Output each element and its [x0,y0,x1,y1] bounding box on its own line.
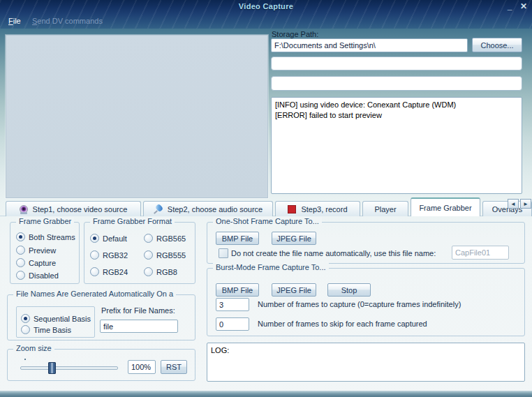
arrow-left-icon: ◄ [510,201,516,207]
arrow-right-icon: ► [523,201,529,207]
file-names-group: File Names Are Generated Automatically O… [7,294,195,340]
radio-icon [90,250,99,260]
radio-icon [144,250,153,260]
radio-icon [144,234,153,243]
storage-path-label: Storage Path: [272,30,318,38]
zoom-slider-thumb[interactable] [48,362,56,374]
group-title: Frame Grabber Format [90,217,175,225]
record-icon [288,205,296,214]
frames-to-skip-label: Number of frames to skip for each frame … [258,320,427,328]
group-title: Zoom size [13,344,54,352]
close-icon: ✕ [520,1,527,11]
device-log-line: [ERROR] failed to start preview [275,110,518,121]
radio-capture[interactable]: Capture [16,258,56,267]
menu-item-file[interactable]: File [8,17,21,25]
zoom-slider-track[interactable] [20,366,118,370]
tab-step3-record[interactable]: Step3, record [275,201,360,216]
group-title: Burst-Mode Frame Capture To... [213,263,329,271]
video-preview-area [6,35,268,198]
burst-jpeg-button[interactable]: JPEG File [272,283,316,297]
radio-icon [16,258,25,267]
radio-icon [144,267,153,276]
burst-mode-capture-group: Burst-Mode Frame Capture To... BMP File … [207,268,525,336]
radio-default[interactable]: Default [90,234,127,243]
prefix-input[interactable] [100,320,178,333]
tab-scroll-left-button[interactable]: ◄ [508,199,519,209]
tab-step2-audio-source[interactable]: Step2, choose audio source [143,201,273,216]
radio-rgb555[interactable]: RGB555 [144,250,186,260]
prefix-label: Prefix for File Names: [101,306,175,315]
radio-both-streams[interactable]: Both Streams [16,232,75,241]
zoom-size-group: Zoom size RST [7,349,195,381]
capture-filename-input[interactable] [452,246,509,260]
minimize-button[interactable]: _ [504,1,515,12]
group-title: Frame Grabber [16,217,74,225]
device-log-output: [INFO] using video device: Conexant Capt… [271,97,522,194]
radio-icon [21,325,30,334]
radio-icon [90,234,99,243]
close-button[interactable]: ✕ [518,1,529,12]
manual-filename-checkbox[interactable] [219,248,228,258]
radio-icon [16,246,25,255]
manual-filename-label: Do not create the file name automaticall… [231,249,436,257]
frames-to-skip-input[interactable] [216,317,249,331]
one-shot-jpeg-button[interactable]: JPEG File [272,232,316,245]
device-log-line: [INFO] using video device: Conexant Capt… [275,100,518,110]
radio-rgb32[interactable]: RGB32 [90,250,128,260]
radio-disabled[interactable]: Disabled [16,271,59,280]
group-title: One-Shot Frame Capture To... [213,217,322,225]
aux-field-2[interactable] [271,76,522,91]
burst-stop-button[interactable]: Stop [327,283,371,297]
frame-grabber-format-group: Frame Grabber Format Default RGB32 RGB24… [84,222,195,284]
radio-rgb565[interactable]: RGB565 [144,234,186,243]
microphone-icon [154,204,163,214]
tab-scroll-right-button[interactable]: ► [520,199,531,209]
menu-item-send-dv-commands: Send DV commands [32,17,103,25]
log-label: LOG: [211,346,229,354]
one-shot-capture-group: One-Shot Frame Capture To... BMP File JP… [207,222,525,264]
zoom-reset-button[interactable]: RST [161,360,187,374]
window-title: Video Capture [0,2,532,10]
webcam-icon [20,205,28,214]
group-title: File Names Are Generated Automatically O… [13,290,176,298]
radio-icon [90,267,99,276]
radio-preview[interactable]: Preview [16,246,56,255]
video-capture-window: Video Capture _ ✕ File Send DV commands … [0,0,532,397]
storage-path-input[interactable] [271,38,468,52]
slider-tick [24,359,26,360]
zoom-value-field[interactable] [128,360,156,374]
aux-field-1[interactable] [271,57,522,70]
radio-rgb8[interactable]: RGB8 [144,267,177,276]
radio-icon [16,271,25,280]
tab-player[interactable]: Player [362,201,408,216]
burst-bmp-button[interactable]: BMP File [216,283,259,297]
tab-step1-video-source[interactable]: Step1, choose video source [6,201,141,216]
choose-button[interactable]: Choose... [472,38,522,52]
radio-icon [16,232,25,241]
radio-rgb24[interactable]: RGB24 [90,267,128,276]
one-shot-bmp-button[interactable]: BMP File [216,232,259,245]
frame-grabber-group: Frame Grabber Both Streams Preview Captu… [10,222,80,284]
minimize-icon: _ [508,1,512,11]
basis-box: Sequential Basis Time Basis [16,306,95,338]
tab-frame-grabber[interactable]: Frame Grabber [411,197,480,216]
frames-to-capture-input[interactable] [216,298,249,311]
log-panel: LOG: [207,343,525,382]
radio-icon [21,314,30,323]
radio-sequential-basis[interactable]: Sequential Basis [21,314,91,323]
window-bottom-edge [0,391,532,397]
frames-to-capture-label: Number of frames to capture (0=capture f… [258,300,461,308]
radio-time-basis[interactable]: Time Basis [21,325,71,334]
